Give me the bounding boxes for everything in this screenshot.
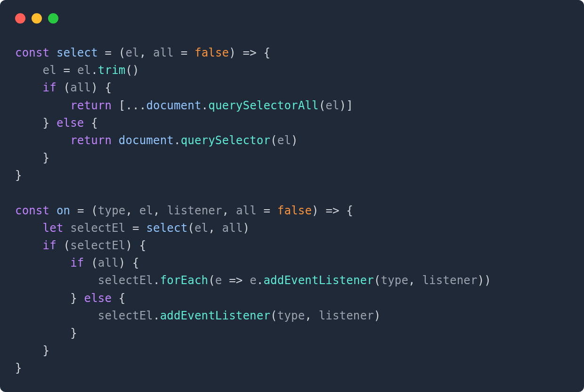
code-token: )) bbox=[478, 274, 491, 287]
code-token: ( bbox=[84, 204, 98, 217]
code-token: => bbox=[229, 274, 243, 287]
code-token: listener bbox=[167, 204, 222, 217]
code-token bbox=[15, 81, 43, 94]
code-token: ( bbox=[270, 309, 277, 322]
code-token: ( bbox=[84, 256, 98, 270]
code-token: else bbox=[57, 116, 84, 130]
code-token: all bbox=[98, 256, 119, 270]
code-token: () bbox=[125, 64, 139, 77]
code-token bbox=[49, 204, 57, 217]
code-token: [ bbox=[112, 99, 125, 112]
code-token: listener bbox=[422, 274, 477, 287]
code-token: select bbox=[146, 221, 187, 235]
code-token: return bbox=[70, 99, 112, 112]
code-token bbox=[15, 134, 70, 147]
code-token: , bbox=[208, 221, 222, 235]
code-window: const select = (el, all = false) => { el… bbox=[0, 0, 584, 392]
code-token: selectEl bbox=[70, 239, 125, 252]
code-token bbox=[174, 46, 181, 59]
code-token: selectEl bbox=[70, 221, 125, 235]
code-token: trim bbox=[98, 64, 126, 77]
code-token: el bbox=[195, 221, 208, 235]
code-token: } bbox=[15, 116, 57, 130]
code-token: { bbox=[264, 46, 271, 59]
code-token bbox=[15, 239, 43, 252]
code-token: ( bbox=[208, 274, 215, 287]
code-token: const bbox=[15, 204, 49, 217]
code-token: ) { bbox=[125, 239, 146, 252]
code-token: e bbox=[250, 274, 257, 287]
code-token: )] bbox=[340, 99, 353, 112]
code-token: querySelector bbox=[181, 134, 270, 147]
code-token: } bbox=[15, 169, 22, 182]
code-token: ) bbox=[229, 46, 236, 59]
code-token: let bbox=[43, 221, 64, 235]
code-token bbox=[49, 46, 57, 59]
code-token: ( bbox=[57, 81, 70, 94]
code-token: , bbox=[305, 309, 318, 322]
code-token: = bbox=[77, 204, 84, 217]
code-token: all bbox=[70, 81, 91, 94]
code-token: = bbox=[64, 64, 71, 77]
code-token: listener bbox=[319, 309, 374, 322]
code-token: ( bbox=[57, 239, 70, 252]
code-token: } bbox=[15, 151, 49, 164]
code-token: ( bbox=[187, 221, 195, 235]
code-token bbox=[187, 46, 195, 59]
code-token: type bbox=[277, 309, 305, 322]
code-token: } bbox=[15, 292, 84, 305]
code-token bbox=[139, 221, 146, 235]
code-token bbox=[15, 99, 70, 112]
code-token: type bbox=[381, 274, 409, 287]
code-token: . bbox=[91, 64, 98, 77]
code-token: el bbox=[125, 46, 139, 59]
code-token bbox=[243, 274, 250, 287]
code-token: , bbox=[153, 204, 167, 217]
code-token: } bbox=[15, 327, 77, 340]
code-token: { bbox=[340, 204, 353, 217]
code-token: ( bbox=[119, 46, 126, 59]
code-token: . bbox=[202, 99, 209, 112]
code-token: . bbox=[153, 309, 160, 322]
code-token: } bbox=[15, 344, 49, 357]
code-token: el bbox=[43, 64, 57, 77]
code-token: el bbox=[325, 99, 339, 112]
code-token: ) bbox=[374, 309, 381, 322]
code-token bbox=[70, 204, 77, 217]
code-token: if bbox=[43, 239, 57, 252]
code-token: el bbox=[139, 204, 153, 217]
minimize-icon[interactable] bbox=[32, 13, 42, 24]
code-token: ( bbox=[374, 274, 381, 287]
code-token: false bbox=[195, 46, 229, 59]
code-content: const select = (el, all = false) => { el… bbox=[0, 25, 584, 392]
code-token: ) bbox=[291, 134, 298, 147]
code-token: { bbox=[112, 292, 125, 305]
code-token: ( bbox=[319, 99, 326, 112]
code-token bbox=[15, 221, 43, 235]
code-token: all bbox=[236, 204, 257, 217]
code-token: select bbox=[57, 46, 98, 59]
code-token: ) bbox=[91, 81, 105, 94]
code-token: = bbox=[181, 46, 188, 59]
code-token: all bbox=[153, 46, 174, 59]
code-token: el bbox=[277, 134, 291, 147]
zoom-icon[interactable] bbox=[48, 13, 58, 24]
code-token bbox=[257, 204, 264, 217]
code-token: addEventListener bbox=[263, 274, 373, 287]
close-icon[interactable] bbox=[15, 13, 25, 24]
code-token bbox=[15, 274, 98, 287]
code-token: type bbox=[98, 204, 126, 217]
code-token bbox=[98, 46, 105, 59]
code-token bbox=[222, 274, 229, 287]
code-token bbox=[257, 46, 264, 59]
code-token: => bbox=[325, 204, 339, 217]
code-token: el bbox=[77, 64, 91, 77]
code-token: ... bbox=[125, 99, 146, 112]
code-token: ) { bbox=[119, 256, 139, 270]
code-token: selectEl bbox=[98, 309, 153, 322]
code-token: document bbox=[146, 99, 201, 112]
code-token: , bbox=[222, 204, 236, 217]
code-token: { bbox=[105, 81, 112, 94]
code-token: forEach bbox=[160, 274, 209, 287]
code-token: , bbox=[408, 274, 422, 287]
